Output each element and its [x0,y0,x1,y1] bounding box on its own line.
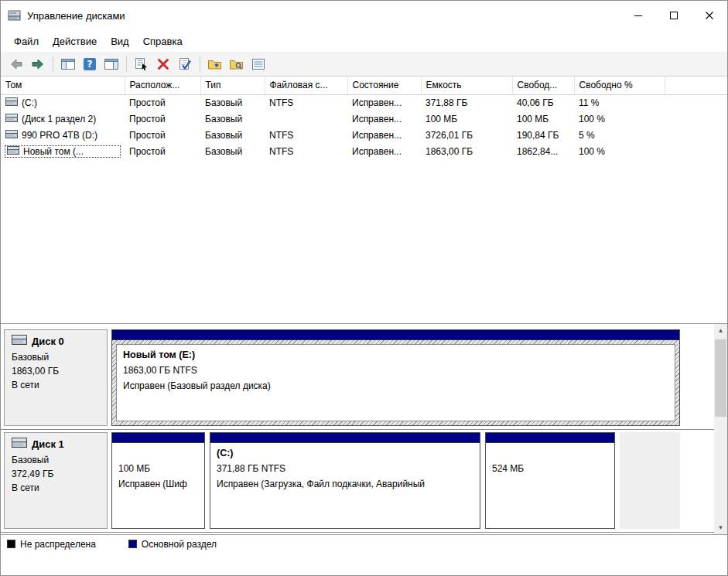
mark-active-icon[interactable] [174,54,196,74]
disk-1-info[interactable]: Диск 1 Базовый 372,49 ГБ В сети [4,432,108,529]
col-volume[interactable]: Том [1,77,125,94]
minimize-button[interactable] [620,1,656,30]
menu-action[interactable]: Действие [46,32,104,50]
volume-icon [5,114,18,124]
cell-type: Базовый [200,111,265,127]
open-folder-up-icon[interactable] [204,54,226,74]
legend-unallocated: Не распределена [7,539,96,550]
cell-status: Исправен... [347,127,421,143]
context-menu-icon[interactable] [131,54,152,74]
table-row[interactable]: 990 PRO 4TB (D:) Простой Базовый NTFS Ис… [1,127,727,143]
partition-status: Исправен (Базовый раздел диска) [123,378,668,394]
legend-primary-partition: Основной раздел [128,539,217,550]
volume-name: 990 PRO 4TB (D:) [22,130,97,141]
cell-layout: Простой [125,143,200,159]
partition-size: 100 МБ [118,461,198,476]
band-empty-area [620,432,680,529]
partition-color-strip [112,433,204,443]
partition-system-100mb[interactable]: 100 МБ Исправен (Шиф [111,432,205,529]
cell-free: 100 МБ [512,111,574,127]
disk-type: Базовый [12,453,102,467]
volume-name: (C:) [22,97,37,108]
menu-view[interactable]: Вид [104,32,136,50]
partition-size: 371,88 ГБ NTFS [217,461,473,476]
col-empty [665,77,727,94]
partition-recovery-524mb[interactable]: 524 МБ [485,432,615,529]
disk-management-window: Управление дисками Файл Действие Вид Спр… [0,0,728,576]
toolbar: ? [1,52,727,77]
col-free[interactable]: Свобод... [512,77,574,94]
cell-free-percent: 11 % [574,94,665,111]
cell-type: Базовый [200,143,265,159]
col-type[interactable]: Тип [200,77,265,94]
cell-layout: Простой [125,127,200,143]
disk-icon [12,438,27,450]
col-capacity[interactable]: Емкость [421,77,512,94]
disk-view-scrollbar[interactable]: ▲ ▼ [714,324,727,534]
cell-capacity: 3726,01 ГБ [421,127,512,143]
partition-color-strip [112,330,679,340]
scroll-up-icon[interactable]: ▲ [714,324,727,337]
cell-layout: Простой [125,94,200,111]
volume-name: Новый том (... [23,146,84,157]
legend: Не распределена Основной раздел [1,534,727,553]
menu-file[interactable]: Файл [7,32,46,50]
back-icon[interactable] [5,54,27,74]
menu-help[interactable]: Справка [136,32,190,50]
table-row[interactable]: (C:) Простой Базовый NTFS Исправен... 37… [1,94,727,111]
col-filesystem[interactable]: Файловая с... [265,77,347,94]
cell-free: 190,84 ГБ [512,127,574,143]
cell-status: Исправен... [347,143,421,159]
partition-color-strip [210,433,480,443]
cell-status: Исправен... [347,94,421,111]
volume-list: Том Располож... Тип Файловая с... Состоя… [1,77,727,324]
window-controls [620,1,727,30]
show-action-pane-icon[interactable] [101,54,122,74]
volume-icon [7,146,19,157]
disk-name: Диск 1 [32,438,64,450]
explore-folder-icon[interactable] [226,54,248,74]
table-row-selected[interactable]: Новый том (... Простой Базовый NTFS Испр… [1,143,727,159]
legend-label: Не распределена [20,539,96,550]
disk-size: 1863,00 ГБ [12,364,102,378]
col-layout[interactable]: Располож... [125,77,200,94]
partition-size: 524 МБ [492,461,608,476]
delete-volume-icon[interactable] [152,54,174,74]
disk-0-info[interactable]: Диск 0 Базовый 1863,00 ГБ В сети [4,329,108,426]
table-row[interactable]: (Диск 1 раздел 2) Простой Базовый Исправ… [1,111,727,127]
cell-status: Исправен... [347,111,421,127]
cell-free-percent: 5 % [574,127,665,143]
partition-c-drive[interactable]: (C:) 371,88 ГБ NTFS Исправен (Загрузка, … [210,432,480,529]
col-free-percent[interactable]: Свободно % [574,77,665,94]
cell-free: 1862,84... [512,143,574,159]
partition-new-volume-e[interactable]: Новый том (E:) 1863,00 ГБ NTFS Исправен … [111,329,680,426]
partition-status: Исправен (Шиф [118,476,198,492]
maximize-button[interactable] [656,1,692,30]
col-status[interactable]: Состояние [347,77,421,94]
legend-label: Основной раздел [142,539,217,550]
toolbar-separator [200,56,200,72]
cell-capacity: 371,88 ГБ [421,94,512,111]
volume-icon [5,130,18,141]
cell-filesystem: NTFS [265,94,347,111]
partition-title [118,445,198,461]
scrollbar-thumb[interactable] [715,339,726,417]
partition-title: (C:) [217,445,473,461]
menubar: Файл Действие Вид Справка [1,30,727,52]
cell-layout: Простой [125,111,200,127]
cell-free-percent: 100 % [574,111,665,127]
partition-title: Новый том (E:) [123,347,668,363]
scrollbar-track[interactable] [714,337,727,521]
show-console-tree-icon[interactable] [57,54,79,74]
help-icon[interactable]: ? [79,54,101,74]
scroll-down-icon[interactable]: ▼ [714,521,727,534]
close-button[interactable] [692,1,727,30]
disk-1-band: 100 МБ Исправен (Шиф (C:) 371,88 ГБ NTFS… [111,432,680,529]
forward-icon[interactable] [27,54,49,74]
unallocated-swatch [7,540,15,548]
cell-capacity: 100 МБ [421,111,512,127]
partition-title [492,445,608,461]
table-header-row: Том Располож... Тип Файловая с... Состоя… [1,77,727,94]
cell-filesystem: NTFS [265,127,347,143]
view-details-icon[interactable] [248,54,269,74]
